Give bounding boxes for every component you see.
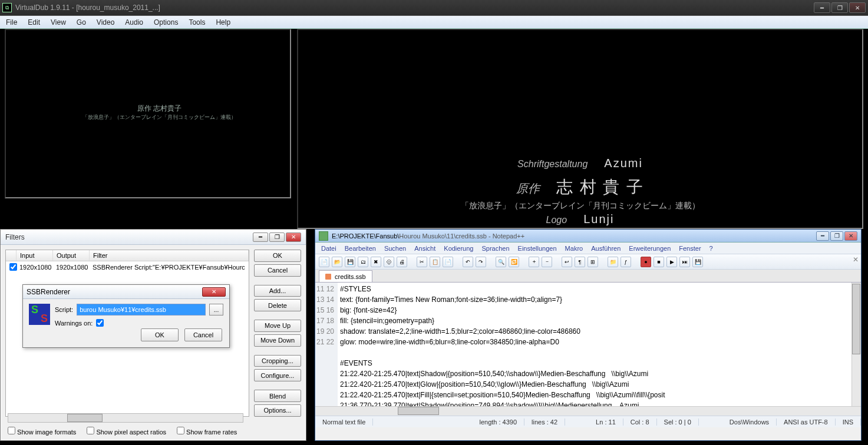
- show-all-chars-icon[interactable]: ¶: [575, 257, 585, 267]
- zoom-in-icon[interactable]: ＋: [529, 257, 539, 267]
- npp-hscroll[interactable]: [315, 406, 861, 416]
- find-icon[interactable]: 🔍: [496, 257, 506, 267]
- ssb-close-button[interactable]: ✕: [202, 287, 226, 297]
- menu-view[interactable]: View: [51, 18, 66, 26]
- menu-options[interactable]: Options: [154, 18, 178, 26]
- save-macro-icon[interactable]: 💾: [692, 257, 703, 267]
- indent-guide-icon[interactable]: ⊞: [588, 257, 598, 267]
- menu-go[interactable]: Go: [77, 18, 86, 26]
- col-output[interactable]: Output: [53, 250, 90, 261]
- filters-titlebar[interactable]: Filters ━ ❐ ✕: [1, 230, 306, 245]
- npp-titlebar[interactable]: E:\PROJEKTE\Fansub\Hourou Musuko\11\cred…: [315, 230, 861, 243]
- npp-menubar[interactable]: Datei Bearbeiten Suchen Ansicht Kodierun…: [315, 243, 861, 254]
- filters-cancel-button[interactable]: Cancel: [254, 264, 301, 277]
- open-file-icon[interactable]: 📂: [332, 257, 342, 267]
- filters-delete-button[interactable]: Delete: [254, 299, 301, 311]
- filter-enabled-checkbox[interactable]: [9, 263, 17, 271]
- npp-menu-erweiterungen[interactable]: Erweiterungen: [629, 245, 671, 252]
- npp-menu-suchen[interactable]: Suchen: [384, 245, 406, 252]
- menu-edit[interactable]: Edit: [28, 18, 40, 26]
- folder-icon[interactable]: 📁: [608, 257, 618, 267]
- check-frame-rates[interactable]: Show frame rates: [177, 427, 237, 436]
- cut-icon[interactable]: ✂: [417, 257, 427, 267]
- npp-tab-bar[interactable]: credits.ssb ✕: [315, 270, 861, 283]
- npp-maximize-button[interactable]: ❐: [830, 231, 843, 241]
- npp-vscroll[interactable]: [852, 283, 861, 406]
- ssb-ok-button[interactable]: OK: [141, 328, 179, 341]
- npp-menu-sprachen[interactable]: Sprachen: [481, 245, 509, 252]
- npp-menu-ansicht[interactable]: Ansicht: [414, 245, 435, 252]
- main-menubar[interactable]: File Edit View Go Video Audio Options To…: [0, 16, 868, 29]
- ssb-titlebar[interactable]: SSBRenderer ✕: [23, 285, 229, 299]
- col-input[interactable]: Input: [16, 250, 53, 261]
- save-icon[interactable]: 💾: [345, 257, 355, 267]
- menu-help[interactable]: Help: [216, 18, 230, 26]
- print-icon[interactable]: 🖨: [397, 257, 407, 267]
- npp-menu-help[interactable]: ?: [709, 245, 713, 252]
- minimize-button[interactable]: ━: [814, 2, 830, 13]
- input-preview-pane[interactable]: 原作 志村貴子 「放浪息子」（エンターブレイン「月刊コミックビーム」連載）: [5, 29, 291, 198]
- menu-video[interactable]: Video: [97, 18, 114, 26]
- code-area[interactable]: #STYLES text: {font-family=Times New Rom…: [338, 283, 861, 406]
- menu-file[interactable]: File: [6, 18, 17, 26]
- npp-close-button[interactable]: ✕: [844, 231, 857, 241]
- npp-editor[interactable]: 11 12 13 14 15 16 17 18 19 20 21 22 #STY…: [315, 283, 861, 406]
- replace-icon[interactable]: 🔁: [509, 257, 519, 267]
- npp-minimize-button[interactable]: ━: [816, 231, 829, 241]
- zoom-out-icon[interactable]: －: [542, 257, 552, 267]
- menu-audio[interactable]: Audio: [125, 18, 143, 26]
- filters-add-button[interactable]: Add...: [254, 285, 301, 297]
- close-button[interactable]: ✕: [849, 2, 866, 13]
- redo-icon[interactable]: ↷: [476, 257, 486, 267]
- npp-menu-datei[interactable]: Datei: [321, 245, 336, 252]
- npp-tab-close-icon[interactable]: ✕: [853, 255, 859, 264]
- col-filter[interactable]: Filter: [90, 250, 249, 261]
- stop-macro-icon[interactable]: ■: [654, 257, 664, 267]
- npp-menu-fenster[interactable]: Fenster: [679, 245, 701, 252]
- filters-close-button[interactable]: ✕: [286, 233, 301, 242]
- filters-movedown-button[interactable]: Move Down: [254, 334, 301, 347]
- ssb-cancel-button[interactable]: Cancel: [184, 328, 222, 341]
- check-pixel-aspect[interactable]: Show pixel aspect ratios: [87, 427, 166, 436]
- function-list-icon[interactable]: ƒ: [621, 257, 631, 267]
- main-titlebar[interactable]: ⧉ VirtualDub 1.9.11 - [hourou_musuko_201…: [0, 0, 868, 16]
- filter-row[interactable]: 1920x1080 1920x1080 SSBRenderer Script:"…: [6, 261, 249, 273]
- npp-hscroll-thumb[interactable]: [398, 407, 439, 415]
- filters-cropping-button[interactable]: Cropping...: [254, 355, 301, 367]
- output-preview-pane[interactable]: Schriftgestaltung Azumi 原作 志 村 貴 子 「放浪息子…: [297, 29, 863, 229]
- filters-minimize-button[interactable]: ━: [253, 233, 268, 242]
- npp-menu-bearbeiten[interactable]: Bearbeiten: [345, 245, 376, 252]
- wordwrap-icon[interactable]: ↩: [562, 257, 572, 267]
- maximize-button[interactable]: ❐: [831, 2, 848, 13]
- menu-tools[interactable]: Tools: [189, 18, 205, 26]
- filters-options-button[interactable]: Options...: [254, 404, 301, 417]
- filters-moveup-button[interactable]: Move Up: [254, 320, 301, 332]
- filters-hscroll-thumb[interactable]: [67, 414, 103, 422]
- ssb-warnings-checkbox[interactable]: [96, 319, 104, 327]
- check-image-formats[interactable]: Show image formats: [8, 427, 76, 436]
- paste-icon[interactable]: 📄: [443, 257, 453, 267]
- filters-maximize-button[interactable]: ❐: [269, 233, 285, 242]
- npp-menu-makro[interactable]: Makro: [565, 245, 583, 252]
- filters-ok-button[interactable]: OK: [254, 250, 301, 262]
- play-multi-icon[interactable]: ⏭: [679, 257, 690, 267]
- filters-blend-button[interactable]: Blend: [254, 390, 301, 402]
- new-file-icon[interactable]: 📄: [319, 257, 329, 267]
- ssb-browse-button[interactable]: ...: [209, 304, 223, 316]
- play-macro-icon[interactable]: ▶: [666, 257, 677, 267]
- copy-icon[interactable]: 📋: [430, 257, 440, 267]
- undo-icon[interactable]: ↶: [463, 257, 473, 267]
- filters-hscroll[interactable]: [8, 413, 243, 423]
- npp-tab-credits[interactable]: credits.ssb: [319, 270, 372, 282]
- ssb-script-input[interactable]: [77, 304, 206, 316]
- record-macro-icon[interactable]: ●: [641, 257, 651, 267]
- save-all-icon[interactable]: 🗂: [358, 257, 368, 267]
- npp-menu-einstellungen[interactable]: Einstellungen: [518, 245, 557, 252]
- npp-toolbar[interactable]: 📄 📂 💾 🗂 ✖ ⮾ 🖨 ✂ 📋 📄 ↶ ↷ 🔍 🔁 ＋ － ↩ ¶ ⊞ 📁 …: [315, 254, 861, 270]
- close-all-icon[interactable]: ⮾: [384, 257, 394, 267]
- close-file-icon[interactable]: ✖: [371, 257, 381, 267]
- npp-vscroll-thumb[interactable]: [852, 284, 860, 354]
- filters-configure-button[interactable]: Configure...: [254, 369, 301, 381]
- npp-menu-kodierung[interactable]: Kodierung: [444, 245, 473, 252]
- npp-menu-ausfuehren[interactable]: Ausführen: [591, 245, 621, 252]
